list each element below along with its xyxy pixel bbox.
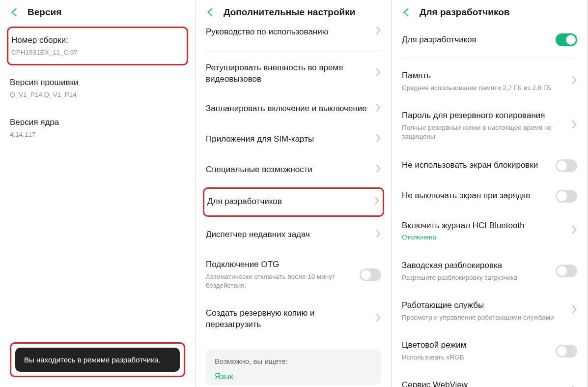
suggestion-item-language[interactable]: Язык	[215, 372, 372, 381]
row-accessibility[interactable]: Специальные возможности	[206, 155, 381, 185]
chevron-right-icon	[571, 385, 577, 387]
chevron-right-icon	[375, 164, 381, 177]
header: Дополнительные настройки	[196, 0, 391, 25]
label: Включить журнал HCI Bluetooth	[402, 220, 565, 232]
build-number-value: CPH1931EX_11_C.97	[11, 48, 184, 57]
otg-toggle[interactable]	[360, 268, 381, 281]
row-firmware-version[interactable]: Версия прошивки Q_V1_P14,Q_V1_P14	[10, 68, 185, 108]
stay-awake-toggle[interactable]	[556, 190, 577, 203]
content: Для разработчиков Память Среднее использ…	[392, 25, 587, 387]
divider	[402, 58, 577, 59]
row-backup-password[interactable]: Пароль для резервного копирования Полные…	[402, 101, 577, 150]
chevron-right-icon	[571, 119, 577, 132]
sub: Отключено	[402, 233, 565, 242]
label: Не выключать экран при зарядке	[402, 190, 550, 202]
label: Сервис WebView	[402, 380, 565, 387]
label: Для разработчиков	[402, 34, 550, 46]
firmware-value: Q_V1_P14,Q_V1_P14	[10, 90, 185, 99]
page-title: Версия	[28, 7, 61, 18]
sub: Автоматически отключать после 10 минут б…	[206, 272, 354, 290]
header: Для разработчиков	[392, 0, 587, 25]
chevron-right-icon	[375, 26, 381, 38]
back-arrow-icon[interactable]	[205, 7, 216, 18]
back-arrow-icon[interactable]	[9, 7, 20, 18]
label: Запланировать включение и выключение	[206, 103, 369, 115]
row-beauty-video[interactable]: Ретушировать внешность во время видеовыз…	[206, 54, 381, 94]
sub: Разрешите разблокировку загрузчика	[402, 273, 550, 282]
row-user-guide[interactable]: Руководство по использованию	[206, 25, 381, 47]
row-kernel-version[interactable]: Версия ядра 4.14.117	[10, 108, 185, 148]
content: Руководство по использованию Ретушироват…	[196, 25, 391, 387]
panel-additional-settings: Дополнительные настройки Руководство по …	[196, 0, 392, 387]
suggestion-title: Возможно, вы ищете:	[215, 357, 372, 365]
suggestion-box: Возможно, вы ищете: Язык	[206, 349, 381, 385]
label: Цветовой режим	[402, 340, 550, 351]
chevron-right-icon	[375, 103, 381, 116]
chevron-right-icon	[375, 133, 381, 146]
row-skip-lockscreen[interactable]: Не использовать экран блокировки	[402, 150, 577, 181]
label: Руководство по использованию	[206, 27, 369, 38]
row-schedule-power[interactable]: Запланировать включение и выключение	[206, 94, 381, 124]
row-otg[interactable]: Подключение OTG Автоматически отключать …	[206, 250, 381, 299]
label: Создать резервную копию и перезагрузить	[206, 308, 369, 330]
row-developer-master[interactable]: Для разработчиков	[402, 25, 577, 55]
row-hci-log[interactable]: Включить журнал HCI Bluetooth Отключено	[402, 211, 577, 251]
sub: Полные резервные копии в настоящее время…	[402, 123, 565, 141]
color-mode-toggle[interactable]	[556, 345, 577, 357]
label: Подключение OTG	[206, 259, 354, 270]
row-developer-options[interactable]: Для разработчиков	[207, 189, 380, 215]
label: Память	[402, 70, 565, 82]
highlight-build-number: Номер сборки: CPH1931EX_11_C.97	[7, 27, 188, 65]
chevron-right-icon	[375, 67, 381, 80]
label: Для разработчиков	[207, 196, 368, 208]
label: Не использовать экран блокировки	[402, 160, 550, 171]
panel-developer-options: Для разработчиков Для разработчиков Памя…	[392, 0, 588, 387]
row-webview[interactable]: Сервис WebView Android System WebView	[402, 371, 577, 387]
developer-master-toggle[interactable]	[556, 33, 577, 46]
row-sim-apps[interactable]: Приложения для SIM-карты	[206, 124, 381, 155]
chevron-right-icon	[571, 75, 577, 88]
row-stay-awake[interactable]: Не выключать экран при зарядке	[402, 181, 577, 211]
firmware-label: Версия прошивки	[10, 77, 185, 89]
page-title: Для разработчиков	[420, 7, 509, 18]
sub: Использовать sRGB	[402, 353, 550, 362]
divider	[206, 50, 381, 51]
chevron-right-icon	[375, 313, 381, 326]
chevron-right-icon	[374, 196, 380, 208]
chevron-right-icon	[571, 304, 577, 317]
developer-mode-toast: Вы находитесь в режиме разработчика.	[15, 348, 180, 372]
kernel-value: 4.14.117	[10, 130, 185, 139]
kernel-label: Версия ядра	[10, 117, 185, 128]
label: Пароль для резервного копирования	[402, 110, 565, 121]
row-recent-tasks[interactable]: Диспетчер недавних задач	[206, 220, 381, 250]
highlight-developer-row: Для разработчиков	[203, 187, 384, 217]
content: Номер сборки: CPH1931EX_11_C.97 Версия п…	[0, 25, 195, 387]
chevron-right-icon	[375, 229, 381, 241]
row-memory[interactable]: Память Среднее использование памяти 2,7 …	[402, 61, 577, 101]
back-arrow-icon[interactable]	[401, 7, 412, 18]
page-title: Дополнительные настройки	[224, 7, 355, 18]
skip-lockscreen-toggle[interactable]	[556, 159, 577, 172]
sub: Просмотр и управление работающими служба…	[402, 313, 565, 322]
row-backup-reboot[interactable]: Создать резервную копию и перезагрузить	[206, 299, 381, 339]
label: Заводская разблокировка	[402, 260, 550, 271]
sub: Среднее использование памяти 2,7 ГБ из 2…	[402, 84, 565, 92]
row-oem-unlock[interactable]: Заводская разблокировка Разрешите разбло…	[402, 251, 577, 291]
row-color-mode[interactable]: Цветовой режим Использовать sRGB	[402, 331, 577, 371]
header: Версия	[0, 0, 195, 25]
chevron-right-icon	[571, 225, 577, 238]
build-number-label: Номер сборки:	[11, 35, 184, 46]
oem-unlock-toggle[interactable]	[556, 265, 577, 277]
panel-version: Версия Номер сборки: CPH1931EX_11_C.97 В…	[0, 0, 196, 387]
highlight-toast: Вы находитесь в режиме разработчика.	[10, 342, 185, 377]
label: Диспетчер недавних задач	[206, 229, 369, 240]
row-build-number[interactable]: Номер сборки: CPH1931EX_11_C.97	[11, 28, 184, 64]
label: Ретушировать внешность во время видеовыз…	[206, 62, 369, 85]
label: Приложения для SIM-карты	[206, 134, 369, 145]
label: Работающие службы	[402, 300, 565, 311]
row-running-services[interactable]: Работающие службы Просмотр и управление …	[402, 291, 577, 331]
label: Специальные возможности	[206, 164, 369, 176]
